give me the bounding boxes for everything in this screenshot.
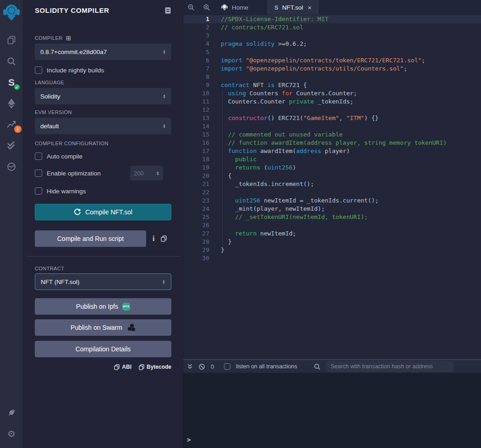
main-area: Home S NFT.sol × 1//SPDX-License-Identif… [183,0,481,448]
compile-button[interactable]: Compile NFT.sol [35,204,171,220]
code-text: //SPDX-License-Identifier: MIT [209,15,328,23]
code-line[interactable]: 23 uint256 newItemId = _tokenIds.current… [183,197,481,205]
optimization-runs-input[interactable]: 200 ▲▼ [130,166,163,180]
compiler-label: COMPILER ⊞ [35,35,171,41]
remix-home-icon [221,4,228,11]
chevron-updown-icon: ▲▼ [163,124,166,128]
listen-transactions-checkbox[interactable] [224,363,230,370]
compiler-version-select[interactable]: 0.8.7+commit.e28d00a7 ▲▼ [35,44,171,60]
include-nightly-checkbox-row[interactable]: Include nightly builds [35,66,171,74]
copy-icon[interactable] [161,235,167,242]
code-line[interactable]: 18 public [183,155,481,164]
code-editor[interactable]: 1//SPDX-License-Identifier: MIT2// contr… [183,15,481,359]
search-icon[interactable] [0,51,23,72]
plugin-manager-icon[interactable] [0,402,23,423]
compiler-configuration-label: COMPILER CONFIGURATION [35,141,171,146]
code-text: constructor() ERC721("GameItem", "ITM") … [209,114,378,122]
code-text: _mint(player, newItemId); [209,205,325,213]
pending-tx-count: 0 [211,363,214,370]
collapse-terminal-icon[interactable] [187,363,193,370]
include-nightly-checkbox[interactable] [35,66,42,74]
code-line[interactable]: 29} [183,246,481,254]
swarm-icon [126,323,136,332]
zoom-out-icon[interactable] [183,0,199,15]
copy-abi-button[interactable]: ABI [114,364,131,370]
code-line[interactable]: 24 _mint(player, newItemId); [183,205,481,213]
copy-bytecode-button[interactable]: Bytecode [139,364,171,370]
tab-nft-sol[interactable]: S NFT.sol × [268,0,318,15]
code-line[interactable]: 7import "@openzeppelin/contracts/utils/C… [183,65,481,73]
compilation-details-button[interactable]: Compilation Details [35,341,171,357]
enable-optimization-row: Enable optimization 200 ▲▼ [35,166,171,180]
close-tab-icon[interactable]: × [307,4,312,11]
code-line[interactable]: 10 using Counters for Counters.Counter; [183,89,481,98]
code-line[interactable]: 5 [183,48,481,56]
deploy-run-icon[interactable] [0,93,23,114]
code-line[interactable]: 17 function awardItem(address player) [183,147,481,155]
transaction-search-input[interactable] [326,361,454,372]
line-number: 26 [183,221,209,229]
code-line[interactable]: 4pragma solidity >=0.6.2; [183,40,481,48]
code-line[interactable]: 1//SPDX-License-Identifier: MIT [183,15,481,23]
line-number: 24 [183,205,209,213]
code-text: public [209,155,257,164]
copy-icon [139,364,144,370]
hide-warnings-checkbox[interactable] [35,187,42,195]
code-line[interactable]: 26 [183,221,481,229]
code-line[interactable]: 21 _tokenIds.increment(); [183,180,481,188]
code-line[interactable]: 22 [183,188,481,197]
code-line[interactable]: 8 [183,73,481,81]
line-number: 30 [183,254,209,262]
compile-and-run-button[interactable]: Compile and Run script [35,230,146,247]
settings-icon[interactable]: ⚙ [0,423,23,444]
enable-optimization-checkbox[interactable] [35,169,42,177]
static-analysis-icon[interactable]: 1 [0,114,23,135]
zoom-in-icon[interactable] [199,0,214,15]
code-line[interactable]: 14 [183,122,481,131]
solidity-compiler-icon[interactable]: S ✓ [0,72,23,93]
contract-select[interactable]: NFT (NFT.sol) ▲▼ [35,273,171,290]
line-number: 9 [183,81,209,89]
info-icon[interactable]: i [153,235,154,243]
remix-logo-icon[interactable] [3,3,20,23]
terminal-output[interactable]: > [183,373,481,448]
code-line[interactable]: 15 // commented out unused variable [183,131,481,139]
copy-icon [114,364,120,370]
code-line[interactable]: 9contract NFT is ERC721 { [183,81,481,89]
clear-console-icon[interactable] [198,363,205,370]
code-line[interactable]: 30 [183,254,481,262]
add-compiler-icon[interactable]: ⊞ [66,36,71,41]
code-line[interactable]: 11 Counters.Counter private _tokenIds; [183,98,481,106]
code-line[interactable]: 3 [183,32,481,40]
unit-testing-icon[interactable] [0,135,23,156]
publish-ipfs-button[interactable]: Publish on Ipfs IPFS [35,298,171,315]
code-text: } [209,238,231,246]
code-line[interactable]: 28 } [183,238,481,246]
code-text: Counters.Counter private _tokenIds; [209,98,354,106]
code-text: // commented out unused variable [209,131,343,139]
docs-icon[interactable] [164,7,171,16]
analysis-count-badge: 1 [14,126,22,133]
language-select[interactable]: Solidity ▲▼ [35,88,171,104]
code-line[interactable]: 13 constructor() ERC721("GameItem", "ITM… [183,114,481,122]
code-line[interactable]: 6import "@openzeppelin/contracts/token/E… [183,56,481,65]
code-text: using Counters for Counters.Counter; [209,89,357,98]
code-line[interactable]: 25 // _setTokenURI(newItemId, tokenURI); [183,213,481,221]
evm-version-select[interactable]: default ▲▼ [35,118,171,134]
code-line[interactable]: 12 [183,106,481,114]
auto-compile-row[interactable]: Auto compile [35,153,171,160]
stepper-updown-icon[interactable]: ▲▼ [156,171,159,175]
solidity-compiler-panel: SOLIDITY COMPILER COMPILER ⊞ 0.8.7+commi… [23,0,183,448]
publish-swarm-button[interactable]: Publish on Swarm [35,319,171,336]
line-number: 21 [183,180,209,188]
sourcify-icon[interactable] [0,156,23,177]
tab-home[interactable]: Home [214,0,255,15]
auto-compile-checkbox[interactable] [35,153,42,160]
code-line[interactable]: 19 returns (uint256) [183,164,481,172]
code-line[interactable]: 27 return newItemId; [183,229,481,238]
code-line[interactable]: 2// contracts/ERC721.sol [183,23,481,32]
file-explorer-icon[interactable] [0,30,23,51]
code-line[interactable]: 16 // function awardItem(address player,… [183,139,481,147]
code-line[interactable]: 20 { [183,172,481,180]
hide-warnings-row[interactable]: Hide warnings [35,187,171,195]
